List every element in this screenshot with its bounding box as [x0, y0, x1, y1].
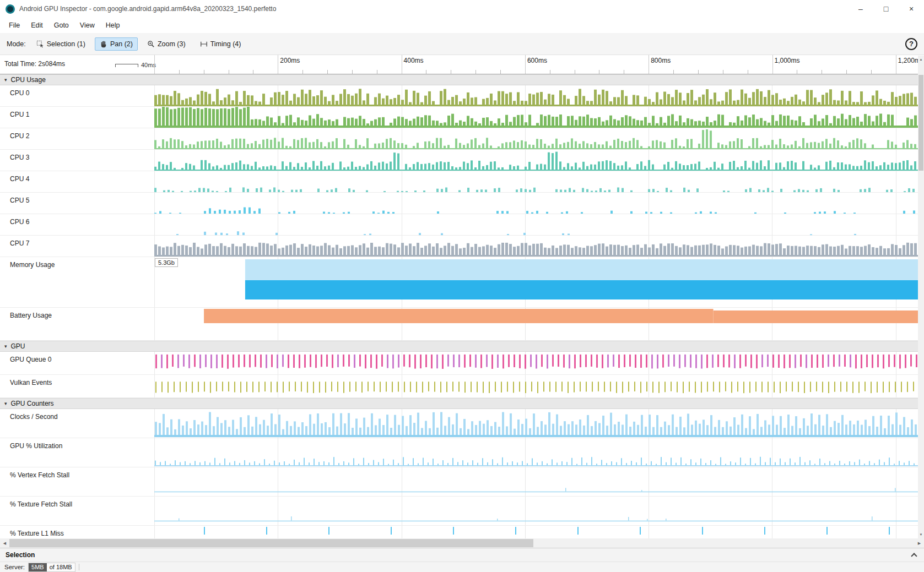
collapse-triangle-icon: ▾: [4, 344, 7, 349]
horizontal-scroll-thumb[interactable]: [9, 539, 533, 547]
track-row-gpu-utilization[interactable]: GPU % Utilization: [0, 438, 918, 467]
track-chart[interactable]: [154, 214, 918, 235]
scale-label: 40ms: [141, 62, 156, 68]
group-header-cpu-usage[interactable]: ▾CPU Usage: [0, 74, 918, 85]
chevron-up-icon[interactable]: [911, 553, 917, 559]
maximize-button[interactable]: □: [873, 0, 899, 18]
selection-panel-header[interactable]: Selection: [0, 548, 924, 562]
menu-view[interactable]: View: [74, 19, 100, 31]
ruler-tick-label: 1,000ms: [775, 57, 800, 64]
track-chart[interactable]: 5.3Gb: [154, 257, 918, 307]
ruler-minor-tick: [426, 70, 426, 74]
help-button[interactable]: ?: [905, 38, 917, 50]
window-controls: – □ ×: [848, 0, 924, 18]
track-label: CPU 1: [0, 107, 154, 128]
selection-icon: [36, 40, 44, 48]
ruler-minor-tick: [846, 70, 847, 74]
timeline-ruler: Total Time: 2s084ms 40ms 200ms400ms600ms…: [0, 55, 924, 74]
track-label: CPU 3: [0, 150, 154, 171]
titlebar: Android GPU Inspector - com.google.andro…: [0, 0, 924, 18]
track-label: CPU 6: [0, 214, 154, 235]
selection-panel-title: Selection: [6, 551, 35, 559]
scroll-right-arrow-icon[interactable]: ▶: [915, 538, 924, 548]
track-chart[interactable]: [154, 352, 918, 374]
track-chart[interactable]: [154, 107, 918, 128]
ruler-minor-tick: [179, 70, 180, 74]
vertical-scrollbar[interactable]: ▲ ▼: [918, 56, 924, 538]
scale-indicator: 40ms: [115, 62, 156, 68]
track-chart[interactable]: [154, 526, 918, 538]
track-chart[interactable]: [154, 497, 918, 525]
toolbar: Mode: Selection (1)Pan (2)Zoom (3)Timing…: [0, 33, 924, 55]
track-label: GPU % Utilization: [0, 438, 154, 467]
track-row-cpu-3[interactable]: CPU 3: [0, 150, 918, 171]
track-label: Battery Usage: [0, 308, 154, 340]
track-label: CPU 7: [0, 236, 154, 257]
mode-button-pan[interactable]: Pan (2): [95, 37, 138, 51]
ruler-chart[interactable]: 200ms400ms600ms800ms1,000ms1,200ms: [154, 55, 918, 74]
mode-button-label: Selection (1): [47, 40, 85, 48]
menu-edit[interactable]: Edit: [25, 19, 48, 31]
track-chart[interactable]: [154, 193, 918, 214]
ruler-tick-label: 1,200ms: [898, 57, 918, 64]
track-chart[interactable]: [154, 150, 918, 171]
track-row-cpu-1[interactable]: CPU 1: [0, 107, 918, 128]
chart-canvas: [154, 526, 918, 538]
track-chart[interactable]: [154, 128, 918, 149]
track-row-texture-fetch-stall[interactable]: % Texture Fetch Stall: [0, 497, 918, 526]
vertical-scroll-thumb[interactable]: [918, 75, 923, 171]
ruler-minor-tick: [599, 70, 599, 74]
track-label: CPU 5: [0, 193, 154, 214]
ruler-minor-tick: [204, 70, 204, 74]
track-row-vertex-fetch-stall[interactable]: % Vertex Fetch Stall: [0, 467, 918, 497]
track-rows: ▾CPU UsageCPU 0CPU 1CPU 2CPU 3CPU 4CPU 5…: [0, 74, 918, 538]
ruler-gridline: [772, 55, 773, 74]
track-chart[interactable]: [154, 171, 918, 192]
menu-file[interactable]: File: [3, 19, 25, 31]
scroll-down-arrow-icon[interactable]: ▼: [918, 531, 924, 538]
track-chart[interactable]: [154, 409, 918, 438]
track-row-cpu-4[interactable]: CPU 4: [0, 171, 918, 193]
track-row-gpu-queue-0[interactable]: GPU Queue 0: [0, 352, 918, 375]
track-row-cpu-0[interactable]: CPU 0: [0, 85, 918, 107]
mode-button-zoom[interactable]: Zoom (3): [142, 37, 191, 51]
mode-button-timing[interactable]: Timing (4): [195, 37, 246, 51]
track-chart[interactable]: [154, 85, 918, 106]
track-label: Memory Usage: [0, 257, 154, 307]
track-chart[interactable]: [154, 308, 918, 340]
track-row-texture-l1-miss[interactable]: % Texture L1 Miss: [0, 526, 918, 538]
track-row-cpu-5[interactable]: CPU 5: [0, 193, 918, 214]
mode-button-selection[interactable]: Selection (1): [31, 37, 90, 51]
track-row-cpu-2[interactable]: CPU 2: [0, 128, 918, 150]
mode-button-label: Pan (2): [110, 40, 133, 48]
status-divider: [79, 564, 79, 570]
menu-goto[interactable]: Goto: [48, 19, 74, 31]
track-row-cpu-6[interactable]: CPU 6: [0, 214, 918, 236]
track-row-clocks-second[interactable]: Clocks / Second: [0, 409, 918, 438]
track-chart[interactable]: [154, 438, 918, 467]
close-button[interactable]: ×: [899, 0, 924, 18]
group-header-gpu-counters[interactable]: ▾GPU Counters: [0, 398, 918, 409]
mode-button-label: Zoom (3): [158, 40, 186, 48]
ruler-minor-tick: [229, 70, 229, 74]
menu-help[interactable]: Help: [100, 19, 126, 31]
track-row-memory-usage[interactable]: Memory Usage5.3Gb: [0, 257, 918, 308]
track-chart[interactable]: [154, 236, 918, 257]
ruler-minor-tick: [302, 70, 303, 74]
server-label: Server:: [4, 564, 25, 570]
chart-canvas: [154, 236, 918, 257]
scroll-left-arrow-icon[interactable]: ◀: [0, 538, 9, 548]
track-chart[interactable]: [154, 467, 918, 496]
group-header-gpu[interactable]: ▾GPU: [0, 341, 918, 352]
track-row-cpu-7[interactable]: CPU 7: [0, 236, 918, 257]
scroll-up-arrow-icon[interactable]: ▲: [918, 56, 924, 63]
track-row-vulkan-events[interactable]: Vulkan Events: [0, 375, 918, 398]
ruler-gridline: [402, 55, 402, 74]
minimize-button[interactable]: –: [848, 0, 873, 18]
track-chart[interactable]: [154, 375, 918, 397]
track-row-battery-usage[interactable]: Battery Usage: [0, 308, 918, 341]
chart-canvas: [154, 128, 918, 149]
horizontal-scrollbar[interactable]: ◀ ▶: [0, 538, 924, 548]
memory-used-value: 5MB: [29, 563, 47, 571]
chart-canvas: [154, 352, 918, 374]
